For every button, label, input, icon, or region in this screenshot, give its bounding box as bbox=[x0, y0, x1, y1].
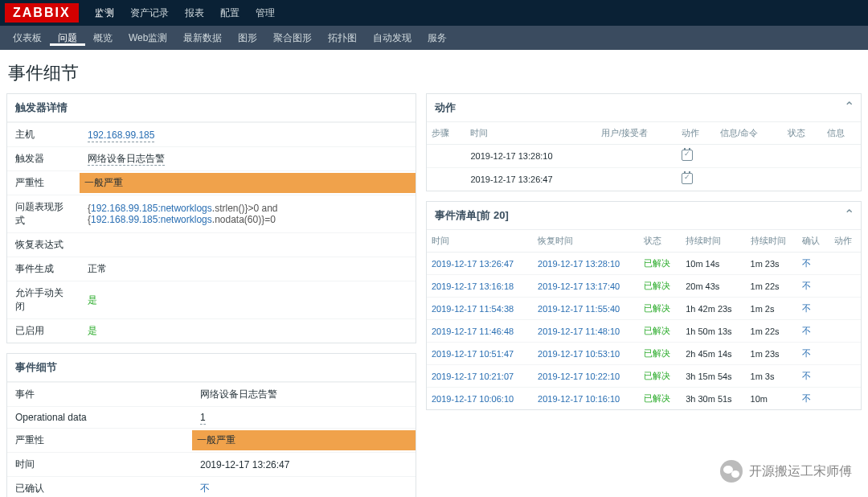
top-nav: ZABBIX 监测资产记录报表配置管理 bbox=[0, 0, 868, 26]
recovery-time-link[interactable]: 2019-12-17 11:48:10 bbox=[538, 327, 620, 336]
watermark: 开源搬运工宋师傅 bbox=[720, 460, 852, 483]
table-row: 2019-12-17 13:28:10 bbox=[427, 145, 861, 168]
severity-badge: 一般严重 bbox=[192, 430, 416, 450]
host-link[interactable]: 192.168.99.185 bbox=[88, 129, 154, 142]
table-row: 2019-12-17 13:26:472019-12-17 13:28:10已解… bbox=[427, 253, 861, 275]
event-time-link[interactable]: 2019-12-17 11:46:48 bbox=[432, 327, 514, 336]
recovery-time-link[interactable]: 2019-12-17 13:28:10 bbox=[538, 259, 620, 269]
ack-link[interactable]: 不 bbox=[802, 371, 811, 380]
ack-link[interactable]: 不 bbox=[802, 281, 811, 290]
subnav-item[interactable]: 自动发现 bbox=[365, 32, 420, 43]
severity-badge: 一般严重 bbox=[80, 173, 416, 193]
recovery-time-link[interactable]: 2019-12-17 13:17:40 bbox=[538, 281, 620, 291]
expr-item-link[interactable]: 192.168.99.185:networklogs bbox=[91, 203, 212, 214]
trigger-details-heading: 触发器详情 bbox=[7, 94, 416, 122]
topnav-item[interactable]: 配置 bbox=[212, 7, 248, 18]
ack-link[interactable]: 不 bbox=[802, 348, 811, 358]
subnav-item[interactable]: 问题 bbox=[50, 32, 85, 46]
table-row: 2019-12-17 13:16:182019-12-17 13:17:40已解… bbox=[427, 275, 861, 298]
recovery-time-link[interactable]: 2019-12-17 10:16:10 bbox=[538, 394, 620, 404]
logo: ZABBIX bbox=[5, 3, 79, 23]
subnav-item[interactable]: 最新数据 bbox=[175, 32, 230, 43]
calendar-check-icon[interactable] bbox=[682, 150, 693, 161]
table-row: 2019-12-17 10:06:102019-12-17 10:16:10已解… bbox=[427, 388, 861, 410]
ack-link[interactable]: 不 bbox=[200, 483, 210, 494]
table-row: 2019-12-17 11:46:482019-12-17 11:48:10已解… bbox=[427, 320, 861, 343]
ack-link[interactable]: 不 bbox=[802, 303, 811, 313]
wechat-icon bbox=[720, 460, 743, 483]
event-detail-panel: 事件细节 事件网络设备日志告警 Operational data1 严重性一般严… bbox=[6, 353, 416, 497]
sub-nav: 仪表板问题概览Web监测最新数据图形聚合图形拓扑图自动发现服务 bbox=[0, 26, 868, 50]
subnav-item[interactable]: 服务 bbox=[420, 32, 455, 43]
table-row: 2019-12-17 13:26:47 bbox=[427, 168, 861, 191]
topnav-item[interactable]: 报表 bbox=[177, 7, 212, 18]
problem-expression: {192.168.99.185:networklogs.strlen()}>0 … bbox=[80, 195, 416, 233]
recovery-time-link[interactable]: 2019-12-17 10:53:10 bbox=[538, 349, 620, 359]
subnav-item[interactable]: 仪表板 bbox=[5, 32, 50, 43]
table-row: 2019-12-17 10:51:472019-12-17 10:53:10已解… bbox=[427, 343, 861, 365]
recovery-time-link[interactable]: 2019-12-17 11:55:40 bbox=[538, 304, 620, 314]
topnav-item[interactable]: 资产记录 bbox=[122, 7, 177, 18]
calendar-check-icon[interactable] bbox=[682, 173, 693, 184]
event-time-link[interactable]: 2019-12-17 11:54:38 bbox=[432, 304, 514, 314]
expr-item-link[interactable]: 192.168.99.185:networklogs bbox=[91, 214, 212, 225]
subnav-item[interactable]: 拓扑图 bbox=[320, 32, 365, 43]
event-list-panel: 事件清单[前 20] ⌃ 时间恢复时间状态持续时间持续时间确认动作2019-12… bbox=[426, 201, 862, 410]
subnav-item[interactable]: Web监测 bbox=[121, 32, 175, 43]
actions-heading: 动作 bbox=[427, 94, 861, 122]
trigger-details-panel: 触发器详情 主机192.168.99.185 触发器网络设备日志告警 严重性一般… bbox=[6, 93, 416, 343]
subnav-item[interactable]: 概览 bbox=[85, 32, 121, 43]
subnav-item[interactable]: 聚合图形 bbox=[265, 32, 320, 43]
event-time-link[interactable]: 2019-12-17 10:21:07 bbox=[432, 372, 514, 381]
event-time-link[interactable]: 2019-12-17 13:26:47 bbox=[432, 259, 514, 269]
table-row: 2019-12-17 10:21:072019-12-17 10:22:10已解… bbox=[427, 365, 861, 388]
topnav-item[interactable]: 监测 bbox=[87, 7, 122, 18]
event-list-heading: 事件清单[前 20] bbox=[427, 202, 861, 230]
trigger-name: 网络设备日志告警 bbox=[88, 153, 165, 166]
collapse-icon[interactable]: ⌃ bbox=[844, 207, 854, 222]
table-row: 2019-12-17 11:54:382019-12-17 11:55:40已解… bbox=[427, 298, 861, 320]
collapse-icon[interactable]: ⌃ bbox=[844, 99, 854, 114]
event-time-link[interactable]: 2019-12-17 10:06:10 bbox=[432, 394, 514, 404]
actions-panel: 动作 ⌃ 步骤时间用户/接受者动作信息/命令状态信息2019-12-17 13:… bbox=[426, 93, 862, 191]
recovery-time-link[interactable]: 2019-12-17 10:22:10 bbox=[538, 372, 620, 381]
event-detail-heading: 事件细节 bbox=[7, 354, 416, 382]
ack-link[interactable]: 不 bbox=[802, 258, 811, 268]
ack-link[interactable]: 不 bbox=[802, 326, 811, 335]
page-title: 事件细节 bbox=[0, 50, 868, 93]
topnav-item[interactable]: 管理 bbox=[248, 7, 283, 18]
event-time-link[interactable]: 2019-12-17 13:16:18 bbox=[432, 281, 514, 291]
subnav-item[interactable]: 图形 bbox=[230, 32, 265, 43]
event-time-link[interactable]: 2019-12-17 10:51:47 bbox=[432, 349, 514, 359]
ack-link[interactable]: 不 bbox=[802, 393, 811, 403]
